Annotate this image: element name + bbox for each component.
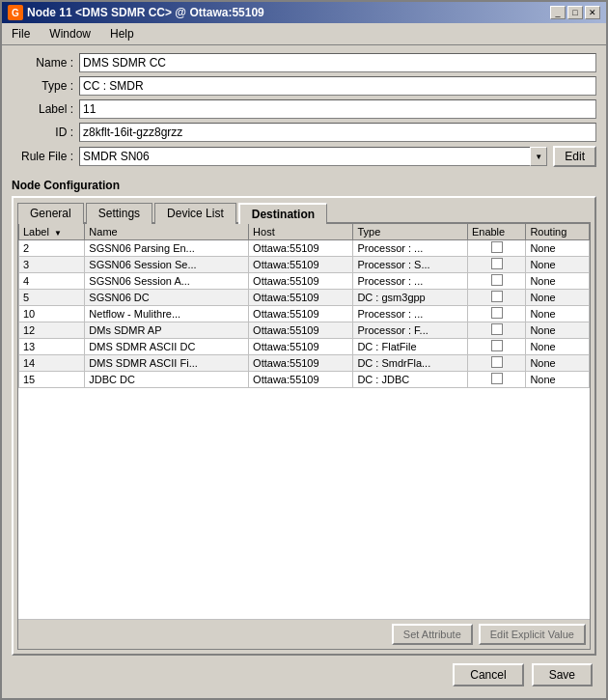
enable-checkbox[interactable] <box>491 373 503 384</box>
enable-checkbox[interactable] <box>491 291 503 302</box>
type-row: Type : <box>12 76 596 96</box>
maximize-button[interactable]: □ <box>567 6 583 19</box>
cell-host: Ottawa:55109 <box>249 306 353 322</box>
save-button[interactable]: Save <box>532 663 593 686</box>
label-row: Label : <box>12 99 596 119</box>
table-body: 2 SGSN06 Parsing En... Ottawa:55109 Proc… <box>19 240 590 388</box>
cell-routing: None <box>526 339 590 355</box>
tab-general[interactable]: General <box>17 203 84 224</box>
rulefile-dropdown-btn[interactable]: ▼ <box>530 147 547 166</box>
cell-enable <box>467 290 525 306</box>
node-config-section: Node Configuration General Settings Devi… <box>12 179 596 656</box>
col-type: Type <box>353 224 468 240</box>
col-enable: Enable <box>467 224 525 240</box>
id-row: ID : <box>12 123 596 142</box>
table-row[interactable]: 10 Netflow - Mulithre... Ottawa:55109 Pr… <box>19 306 590 322</box>
cell-host: Ottawa:55109 <box>249 372 353 388</box>
rulefile-input[interactable] <box>79 147 531 166</box>
cell-name: DMS SDMR ASCII DC <box>85 339 249 355</box>
cell-routing: None <box>526 257 590 273</box>
window-controls: _ □ ✕ <box>550 6 600 19</box>
cell-name: DMs SDMR AP <box>85 322 249 339</box>
table-row[interactable]: 13 DMS SDMR ASCII DC Ottawa:55109 DC : F… <box>19 339 590 355</box>
rulefile-select-wrap: ▼ <box>79 147 547 166</box>
set-attribute-button[interactable]: Set Attribute <box>392 624 473 645</box>
minimize-button[interactable]: _ <box>550 6 566 19</box>
cell-type: Processor : ... <box>353 306 468 322</box>
tabs-row: General Settings Device List Destination <box>17 202 591 223</box>
cell-enable <box>467 306 525 322</box>
cell-label: 2 <box>19 240 85 257</box>
main-window: G Node 11 <DMS SDMR CC> @ Ottawa:55109 _… <box>0 0 608 700</box>
cell-enable <box>467 240 525 257</box>
type-input[interactable] <box>79 76 596 96</box>
cell-label: 13 <box>19 339 85 355</box>
table-row[interactable]: 15 JDBC DC Ottawa:55109 DC : JDBC None <box>19 372 590 388</box>
enable-checkbox[interactable] <box>491 258 503 269</box>
cell-label: 5 <box>19 290 85 306</box>
cell-label: 10 <box>19 306 85 322</box>
edit-button[interactable]: Edit <box>553 146 596 167</box>
menu-help[interactable]: Help <box>104 25 140 42</box>
id-input[interactable] <box>79 123 596 142</box>
cell-routing: None <box>526 306 590 322</box>
cell-type: DC : JDBC <box>353 372 468 388</box>
cell-host: Ottawa:55109 <box>249 273 353 290</box>
rulefile-row: Rule File : ▼ Edit <box>12 146 596 167</box>
edit-explicit-value-button[interactable]: Edit Explicit Value <box>479 624 586 645</box>
tab-settings[interactable]: Settings <box>86 203 152 224</box>
table-row[interactable]: 12 DMs SDMR AP Ottawa:55109 Processor : … <box>19 322 590 339</box>
cell-label: 15 <box>19 372 85 388</box>
menu-bar: File Window Help <box>2 23 606 45</box>
bottom-buttons: Cancel Save <box>12 656 596 690</box>
cell-name: Netflow - Mulithre... <box>85 306 249 322</box>
enable-checkbox[interactable] <box>491 241 503 253</box>
col-name: Name <box>85 224 249 240</box>
rulefile-label: Rule File : <box>12 150 79 163</box>
tab-device-list[interactable]: Device List <box>154 203 236 224</box>
enable-checkbox[interactable] <box>491 274 503 286</box>
cell-routing: None <box>526 240 590 257</box>
enable-checkbox[interactable] <box>491 307 503 319</box>
type-label: Type : <box>12 79 79 93</box>
enable-checkbox[interactable] <box>491 323 503 335</box>
title-bar-left: G Node 11 <DMS SDMR CC> @ Ottawa:55109 <box>8 5 264 20</box>
table-row[interactable]: 14 DMS SDMR ASCII Fi... Ottawa:55109 DC … <box>19 355 590 372</box>
cell-host: Ottawa:55109 <box>249 290 353 306</box>
cell-enable <box>467 355 525 372</box>
label-input[interactable] <box>79 99 596 119</box>
cell-routing: None <box>526 290 590 306</box>
cell-type: DC : SmdrFla... <box>353 355 468 372</box>
table-row[interactable]: 2 SGSN06 Parsing En... Ottawa:55109 Proc… <box>19 240 590 257</box>
cell-routing: None <box>526 322 590 339</box>
cell-label: 12 <box>19 322 85 339</box>
menu-file[interactable]: File <box>6 25 36 42</box>
tabs-panel: General Settings Device List Destination… <box>12 196 596 656</box>
cell-type: Processor : F... <box>353 322 468 339</box>
label-label: Label : <box>12 102 79 116</box>
name-row: Name : <box>12 53 596 72</box>
table-container[interactable]: Label ▼ Name Host Type Enable Routing 2 <box>18 223 590 619</box>
table-row[interactable]: 4 SGSN06 Session A... Ottawa:55109 Proce… <box>19 273 590 290</box>
menu-window[interactable]: Window <box>43 25 97 42</box>
main-content: Name : Type : Label : ID : Rule File : ▼… <box>2 45 606 698</box>
tab-content: Label ▼ Name Host Type Enable Routing 2 <box>17 222 591 650</box>
name-input[interactable] <box>79 53 596 72</box>
table-row[interactable]: 5 SGSN06 DC Ottawa:55109 DC : gsm3gpp No… <box>19 290 590 306</box>
cell-label: 4 <box>19 273 85 290</box>
cell-type: Processor : S... <box>353 257 468 273</box>
cell-name: SGSN06 Parsing En... <box>85 240 249 257</box>
enable-checkbox[interactable] <box>491 340 503 351</box>
close-button[interactable]: ✕ <box>585 6 600 19</box>
cell-enable <box>467 372 525 388</box>
cell-name: SGSN06 DC <box>85 290 249 306</box>
tab-destination[interactable]: Destination <box>238 203 327 224</box>
cell-type: DC : gsm3gpp <box>353 290 468 306</box>
col-host: Host <box>249 224 353 240</box>
cancel-button[interactable]: Cancel <box>453 663 523 686</box>
cell-type: DC : FlatFile <box>353 339 468 355</box>
cell-host: Ottawa:55109 <box>249 339 353 355</box>
cell-label: 14 <box>19 355 85 372</box>
table-row[interactable]: 3 SGSN06 Session Se... Ottawa:55109 Proc… <box>19 257 590 273</box>
enable-checkbox[interactable] <box>491 356 503 368</box>
